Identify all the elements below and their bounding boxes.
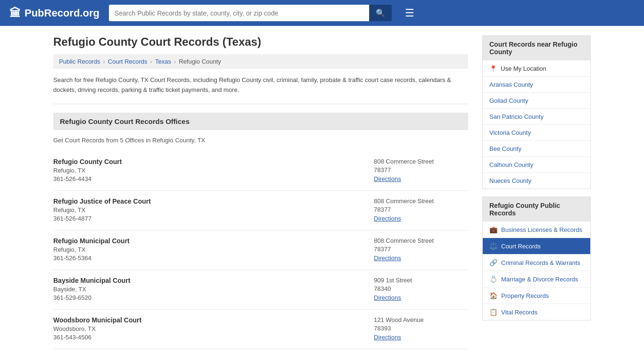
office-entry: Refugio Justice of Peace Court Refugio, … xyxy=(53,191,468,230)
public-records-section-title: Refugio County Public Records xyxy=(483,197,590,222)
sidebar-item-county[interactable]: San Patricio County xyxy=(483,109,590,125)
office-name: Woodsboro Municipal Court xyxy=(53,316,374,324)
office-right-1: 808 Commerce Street 78377 Directions xyxy=(374,197,468,223)
office-zip: 78377 xyxy=(374,166,468,173)
directions-link[interactable]: Directions xyxy=(374,175,401,182)
public-records-section: Refugio County Public Records 💼 Business… xyxy=(482,197,591,321)
office-city: Refugio, TX xyxy=(53,206,374,214)
office-street: 808 Commerce Street xyxy=(374,197,468,205)
marriage-icon: 💍 xyxy=(489,275,497,283)
sidebar-item-briefcase[interactable]: 💼 Business Licenses & Records xyxy=(483,222,590,238)
page-description: Search for free Refugio County, TX Court… xyxy=(53,75,468,104)
office-street: 909 1st Street xyxy=(374,277,468,284)
sidebar-item-label: Business Licenses & Records xyxy=(501,226,582,233)
sidebar-item-label: Court Records xyxy=(501,243,541,250)
office-phone: 361-543-4506 xyxy=(53,334,374,341)
vital-icon: 📋 xyxy=(489,308,497,316)
office-entry: Refugio County Court Refugio, TX 361-526… xyxy=(53,151,468,191)
breadcrumb-sep-1: › xyxy=(103,58,105,65)
office-street: 808 Commerce Street xyxy=(374,158,468,165)
logo-icon: 🏛 xyxy=(9,7,21,20)
main-container: Refugio County Court Records (Texas) Pub… xyxy=(39,26,605,359)
search-container: 🔍 xyxy=(109,5,392,21)
menu-button[interactable]: ☰ xyxy=(401,5,418,21)
directions-link[interactable]: Directions xyxy=(374,294,401,301)
breadcrumb-texas[interactable]: Texas xyxy=(155,58,171,65)
page-title: Refugio County Court Records (Texas) xyxy=(53,35,468,49)
office-name: Bayside Municipal Court xyxy=(53,277,374,284)
sidebar-item-criminal[interactable]: 🔗 Criminal Records & Warrants xyxy=(483,255,590,271)
office-left-2: Refugio Municipal Court Refugio, TX 361-… xyxy=(53,237,374,263)
office-name: Refugio Municipal Court xyxy=(53,237,374,245)
sidebar: Court Records near Refugio County Use My… xyxy=(482,35,591,349)
sidebar-item-county[interactable]: Goliad County xyxy=(483,93,590,109)
office-name: Refugio Justice of Peace Court xyxy=(53,197,374,205)
office-phone: 361-526-4877 xyxy=(53,215,374,222)
nearby-counties-list: Aransas CountyGoliad CountySan Patricio … xyxy=(483,77,590,189)
location-icon xyxy=(489,65,497,72)
office-entry: Bayside Municipal Court Bayside, TX 361-… xyxy=(53,270,468,310)
office-city: Refugio, TX xyxy=(53,246,374,253)
directions-link[interactable]: Directions xyxy=(374,334,401,341)
office-zip: 78393 xyxy=(374,325,468,332)
directions-link[interactable]: Directions xyxy=(374,255,401,262)
use-my-location[interactable]: Use My Location xyxy=(483,60,590,77)
offices-list: Refugio County Court Refugio, TX 361-526… xyxy=(53,151,468,349)
office-left-1: Refugio Justice of Peace Court Refugio, … xyxy=(53,197,374,223)
office-right-0: 808 Commerce Street 78377 Directions xyxy=(374,158,468,184)
sidebar-item-county[interactable]: Calhoun County xyxy=(483,157,590,173)
briefcase-icon: 💼 xyxy=(489,226,497,233)
breadcrumb-sep-3: › xyxy=(174,58,176,65)
office-entry: Woodsboro Municipal Court Woodsboro, TX … xyxy=(53,310,468,349)
office-right-3: 909 1st Street 78340 Directions xyxy=(374,277,468,303)
office-city: Bayside, TX xyxy=(53,286,374,293)
directions-link[interactable]: Directions xyxy=(374,215,401,222)
breadcrumb-court-records[interactable]: Court Records xyxy=(108,58,148,65)
breadcrumb: Public Records › Court Records › Texas ›… xyxy=(53,54,468,69)
office-count: Get Court Records from 5 Offices in Refu… xyxy=(53,137,468,144)
office-left-0: Refugio County Court Refugio, TX 361-526… xyxy=(53,158,374,184)
office-street: 121 Wood Avenue xyxy=(374,316,468,323)
breadcrumb-current: Refugio County xyxy=(179,58,221,65)
nearby-section: Court Records near Refugio County Use My… xyxy=(482,35,591,189)
office-phone: 361-526-4434 xyxy=(53,175,374,182)
nearby-section-title: Court Records near Refugio County xyxy=(483,36,590,60)
search-input[interactable] xyxy=(109,5,369,21)
sidebar-item-balance[interactable]: ⚖️ Court Records xyxy=(483,238,590,255)
criminal-icon: 🔗 xyxy=(489,259,497,266)
sidebar-item-label: Marriage & Divorce Records xyxy=(501,276,578,283)
offices-section-header: Refugio County Court Records Offices xyxy=(53,113,468,130)
site-logo[interactable]: 🏛 PubRecord.org xyxy=(9,7,99,20)
sidebar-item-county[interactable]: Nueces County xyxy=(483,173,590,189)
sidebar-item-county[interactable]: Bee County xyxy=(483,141,590,157)
public-records-items: 💼 Business Licenses & Records ⚖️ Court R… xyxy=(483,222,590,320)
office-left-3: Bayside Municipal Court Bayside, TX 361-… xyxy=(53,277,374,303)
office-zip: 78377 xyxy=(374,206,468,213)
sidebar-item-marriage[interactable]: 💍 Marriage & Divorce Records xyxy=(483,271,590,288)
balance-icon: ⚖️ xyxy=(489,242,497,250)
office-phone: 361-529-6520 xyxy=(53,294,374,301)
office-left-4: Woodsboro Municipal Court Woodsboro, TX … xyxy=(53,316,374,342)
office-street: 808 Commerce Street xyxy=(374,237,468,244)
sidebar-item-label: Property Records xyxy=(501,292,549,299)
sidebar-item-county[interactable]: Victoria County xyxy=(483,125,590,141)
logo-text: PubRecord.org xyxy=(25,7,99,19)
sidebar-item-label: Vital Records xyxy=(501,309,537,316)
sidebar-item-county[interactable]: Aransas County xyxy=(483,77,590,93)
office-zip: 78377 xyxy=(374,246,468,253)
sidebar-item-label: Criminal Records & Warrants xyxy=(501,259,580,266)
breadcrumb-sep-2: › xyxy=(150,58,152,65)
office-right-2: 808 Commerce Street 78377 Directions xyxy=(374,237,468,263)
office-city: Woodsboro, TX xyxy=(53,325,374,332)
office-name: Refugio County Court xyxy=(53,158,374,165)
home-icon: 🏠 xyxy=(489,292,497,299)
search-button[interactable]: 🔍 xyxy=(369,5,392,21)
office-right-4: 121 Wood Avenue 78393 Directions xyxy=(374,316,468,342)
sidebar-item-home[interactable]: 🏠 Property Records xyxy=(483,288,590,304)
breadcrumb-public-records[interactable]: Public Records xyxy=(59,58,100,65)
sidebar-item-vital[interactable]: 📋 Vital Records xyxy=(483,304,590,320)
office-city: Refugio, TX xyxy=(53,167,374,174)
site-header: 🏛 PubRecord.org 🔍 ☰ xyxy=(0,0,644,26)
office-zip: 78340 xyxy=(374,285,468,292)
content-area: Refugio County Court Records (Texas) Pub… xyxy=(53,35,468,349)
